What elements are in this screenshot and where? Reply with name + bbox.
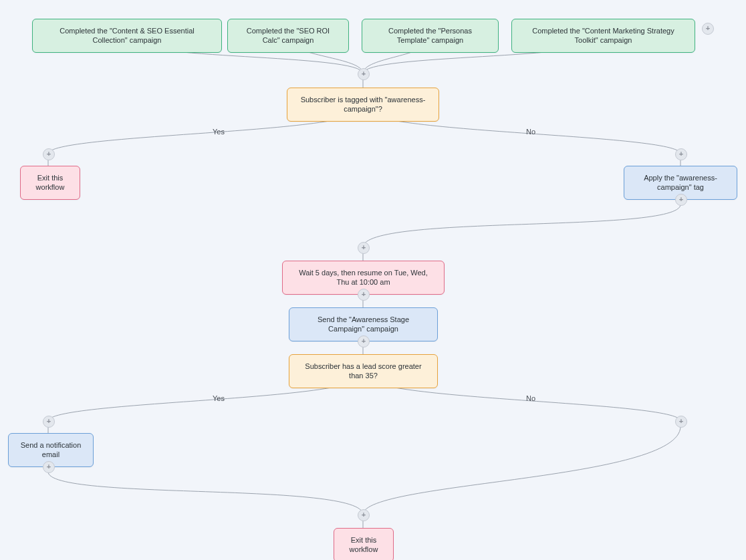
add-step-before-wait[interactable]: [358, 242, 370, 254]
branch-label-yes-2: Yes: [213, 394, 225, 402]
add-step-after-apply-tag[interactable]: [675, 194, 687, 206]
trigger-seo-roi-calc[interactable]: Completed the "SEO ROI Calc" campaign: [227, 19, 349, 53]
add-step-before-exit2[interactable]: [358, 509, 370, 521]
exit-workflow-2[interactable]: Exit this workflow: [334, 528, 394, 560]
trigger-content-marketing-strategy[interactable]: Completed the "Content Marketing Strateg…: [511, 19, 695, 53]
exit-workflow-1[interactable]: Exit this workflow: [20, 166, 80, 200]
workflow-canvas[interactable]: Completed the "Content & SEO Essential C…: [0, 0, 746, 560]
branch-label-yes-1: Yes: [213, 128, 225, 136]
add-step-no-1[interactable]: [675, 148, 687, 160]
add-step-yes-2[interactable]: [43, 416, 55, 428]
add-step-yes-1[interactable]: [43, 148, 55, 160]
condition-awareness-tag[interactable]: Subscriber is tagged with "awareness-cam…: [287, 88, 439, 122]
add-step-no-2[interactable]: [675, 416, 687, 428]
branch-label-no-2: No: [526, 394, 535, 402]
branch-label-no-1: No: [526, 128, 535, 136]
add-step-after-send[interactable]: [358, 335, 370, 347]
condition-lead-score[interactable]: Subscriber has a lead score greater than…: [289, 354, 438, 388]
add-step-before-condition1[interactable]: [358, 68, 370, 80]
add-step-after-notify[interactable]: [43, 461, 55, 473]
add-trigger-button[interactable]: [702, 23, 714, 35]
trigger-content-seo-essential[interactable]: Completed the "Content & SEO Essential C…: [32, 19, 222, 53]
add-step-after-wait[interactable]: [358, 289, 370, 301]
trigger-personas-template[interactable]: Completed the "Personas Template" campai…: [362, 19, 499, 53]
